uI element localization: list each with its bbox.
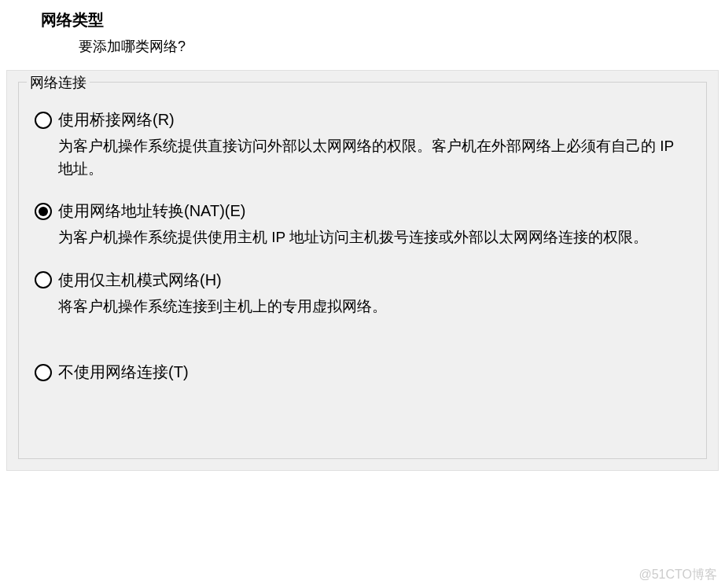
option-nat-label[interactable]: 使用网络地址转换(NAT)(E) <box>58 200 246 222</box>
option-none-row[interactable]: 不使用网络连接(T) <box>35 362 690 383</box>
radio-nat[interactable] <box>35 203 52 220</box>
option-hostonly: 使用仅主机模式网络(H) 将客户机操作系统连接到主机上的专用虚拟网络。 <box>35 270 690 318</box>
option-nat: 使用网络地址转换(NAT)(E) 为客户机操作系统提供使用主机 IP 地址访问主… <box>35 200 690 249</box>
option-hostonly-row[interactable]: 使用仅主机模式网络(H) <box>35 270 690 291</box>
dialog-content: 网络连接 使用桥接网络(R) 为客户机操作系统提供直接访问外部以太网网络的权限。… <box>6 70 719 471</box>
option-none: 不使用网络连接(T) <box>35 362 690 383</box>
radio-bridged[interactable] <box>35 112 52 129</box>
network-connection-fieldset: 网络连接 使用桥接网络(R) 为客户机操作系统提供直接访问外部以太网网络的权限。… <box>18 82 707 459</box>
dialog-subtitle: 要添加哪类网络? <box>79 37 725 56</box>
dialog-header: 网络类型 要添加哪类网络? <box>0 0 725 70</box>
radio-dot-icon <box>39 207 48 216</box>
option-nat-row[interactable]: 使用网络地址转换(NAT)(E) <box>35 200 690 222</box>
option-bridged: 使用桥接网络(R) 为客户机操作系统提供直接访问外部以太网网络的权限。客户机在外… <box>35 109 690 180</box>
option-bridged-row[interactable]: 使用桥接网络(R) <box>35 109 690 130</box>
option-bridged-desc: 为客户机操作系统提供直接访问外部以太网网络的权限。客户机在外部网络上必须有自己的… <box>58 135 690 180</box>
option-bridged-label[interactable]: 使用桥接网络(R) <box>58 109 175 130</box>
watermark: @51CTO博客 <box>639 567 717 583</box>
fieldset-legend: 网络连接 <box>27 73 90 92</box>
option-none-label[interactable]: 不使用网络连接(T) <box>58 362 189 383</box>
option-hostonly-label[interactable]: 使用仅主机模式网络(H) <box>58 270 222 291</box>
option-hostonly-desc: 将客户机操作系统连接到主机上的专用虚拟网络。 <box>58 296 690 318</box>
radio-none[interactable] <box>35 364 52 381</box>
radio-hostonly[interactable] <box>35 271 52 288</box>
option-nat-desc: 为客户机操作系统提供使用主机 IP 地址访问主机拨号连接或外部以太网网络连接的权… <box>58 226 690 249</box>
dialog-title: 网络类型 <box>41 9 725 31</box>
